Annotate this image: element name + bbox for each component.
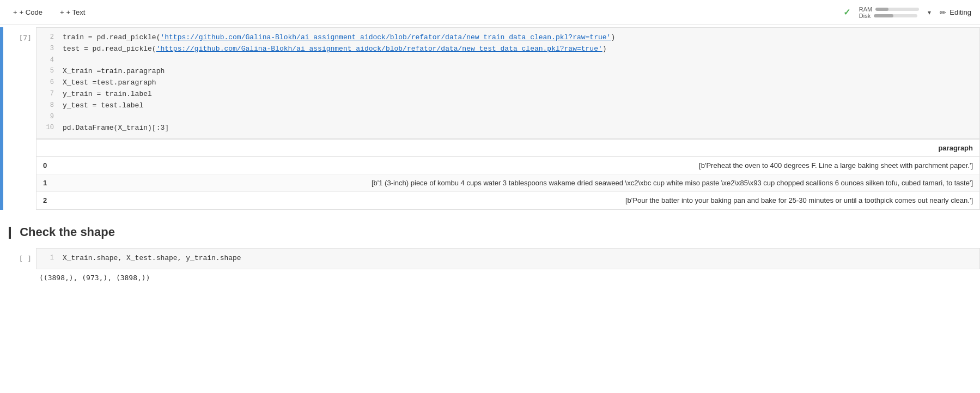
line-content-8: y_test = test.label: [63, 100, 973, 112]
train-pickle-link[interactable]: 'https://github.com/Galina-Blokh/ai_assi…: [160, 33, 611, 41]
line-content-3: test = pd.read_pickle('https://github.co…: [63, 44, 973, 55]
editing-label-text: Editing: [949, 8, 971, 16]
table-header-index: [36, 140, 62, 157]
cell-7-code[interactable]: 2 train = pd.read_pickle('https://github…: [36, 27, 980, 210]
table-cell-index: 2: [36, 192, 62, 209]
table-row: 2[b'Pour the batter into your baking pan…: [36, 192, 979, 209]
line-num-9: 9: [43, 112, 54, 123]
line-num-8: 8: [43, 100, 54, 112]
toolbar: + + Code + + Text ✓ RAM Disk ▾: [0, 0, 980, 25]
line-content-10: pd.DataFrame(X_train)[:3]: [63, 123, 973, 134]
table-row: 1[b'1 (3-inch) piece of kombu 4 cups wat…: [36, 174, 979, 192]
code-line-9: 9: [43, 112, 973, 123]
cell-execution-label: [7]: [3, 27, 36, 210]
ram-progress-fill: [875, 8, 888, 11]
ram-row: RAM: [859, 6, 919, 13]
line-content-4: [63, 55, 973, 66]
toolbar-left: + + Code + + Text: [9, 6, 89, 19]
code-line-2: 2 train = pd.read_pickle('https://github…: [43, 32, 973, 44]
line-num-10: 10: [43, 123, 54, 134]
disk-label: Disk: [859, 13, 871, 19]
line-num-3: 3: [43, 44, 54, 55]
line-num-empty-1: 1: [43, 253, 54, 264]
ram-label: RAM: [859, 6, 872, 13]
output-text-section: ((3898,), (973,), (3898,)): [0, 271, 980, 284]
status-check-icon: ✓: [843, 7, 850, 17]
editing-status: ✏ Editing: [940, 8, 971, 17]
table-cell-index: 0: [36, 157, 62, 174]
line-content-6: X_test =test.paragraph: [63, 77, 973, 89]
section-heading-check-shape: Check the shape: [0, 212, 980, 246]
line-num-2: 2: [43, 32, 54, 44]
ram-disk-info: RAM Disk: [859, 6, 919, 19]
cell-empty-code[interactable]: 1 X_train.shape, X_test.shape, y_train.s…: [36, 248, 980, 269]
cell-empty: [ ] 1 X_train.shape, X_test.shape, y_tra…: [0, 248, 980, 269]
code-line-10: 10 pd.DataFrame(X_train)[:3]: [43, 123, 973, 134]
line-content-7: y_train = train.label: [63, 89, 973, 100]
dropdown-arrow-icon[interactable]: ▾: [928, 9, 931, 16]
output-table-wrapper: paragraph 0[b'Preheat the oven to 400 de…: [36, 138, 979, 209]
code-line-empty-1: 1 X_train.shape, X_test.shape, y_train.s…: [43, 253, 973, 264]
output-text: ((3898,), (973,), (3898,)): [39, 274, 150, 282]
disk-progress-bar: [874, 14, 917, 17]
table-cell-value: [b'Pour the batter into your baking pan …: [62, 192, 979, 209]
line-content-9: [63, 112, 973, 123]
add-text-button[interactable]: + + Text: [56, 6, 89, 19]
disk-progress-fill: [874, 14, 893, 17]
toolbar-right: ✓ RAM Disk ▾ ✏ Editing: [843, 6, 971, 19]
code-line-5: 5 X_train =train.paragraph: [43, 66, 973, 77]
add-code-label: + Code: [20, 8, 42, 16]
plus-code-icon: +: [13, 8, 17, 16]
code-area-empty[interactable]: 1 X_train.shape, X_test.shape, y_train.s…: [36, 249, 979, 269]
code-line-4: 4: [43, 55, 973, 66]
code-line-3: 3 test = pd.read_pickle('https://github.…: [43, 44, 973, 55]
line-num-4: 4: [43, 55, 54, 66]
code-line-6: 6 X_test =test.paragraph: [43, 77, 973, 89]
table-cell-value: [b'Preheat the oven to 400 degrees F. Li…: [62, 157, 979, 174]
ram-progress-bar: [875, 8, 919, 11]
code-line-8: 8 y_test = test.label: [43, 100, 973, 112]
line-num-6: 6: [43, 77, 54, 89]
table-row: 0[b'Preheat the oven to 400 degrees F. L…: [36, 157, 979, 174]
table-cell-index: 1: [36, 174, 62, 192]
cell-7: [7] 2 train = pd.read_pickle('https://gi…: [0, 27, 980, 210]
table-header-paragraph: paragraph: [62, 140, 979, 157]
code-area-7[interactable]: 2 train = pd.read_pickle('https://github…: [36, 28, 979, 138]
disk-row: Disk: [859, 13, 919, 19]
add-code-button[interactable]: + + Code: [9, 6, 47, 19]
output-table: paragraph 0[b'Preheat the oven to 400 de…: [36, 139, 979, 209]
line-content-5: X_train =train.paragraph: [63, 66, 973, 77]
pencil-icon: ✏: [940, 8, 946, 17]
line-num-7: 7: [43, 89, 54, 100]
line-content-2: train = pd.read_pickle('https://github.c…: [63, 32, 973, 44]
add-text-label: + Text: [66, 8, 85, 16]
line-content-empty-1: X_train.shape, X_test.shape, y_train.sha…: [63, 253, 973, 264]
section-heading-text: Check the shape: [20, 225, 115, 239]
plus-text-icon: +: [60, 8, 64, 16]
code-line-7: 7 y_train = train.label: [43, 89, 973, 100]
cell-bracket-label: [ ]: [3, 248, 36, 269]
test-pickle-link[interactable]: 'https://github.com/Galina-Blokh/ai_assi…: [156, 45, 602, 53]
table-cell-value: [b'1 (3-inch) piece of kombu 4 cups wate…: [62, 174, 979, 192]
line-num-5: 5: [43, 66, 54, 77]
notebook: [7] 2 train = pd.read_pickle('https://gi…: [0, 25, 980, 393]
